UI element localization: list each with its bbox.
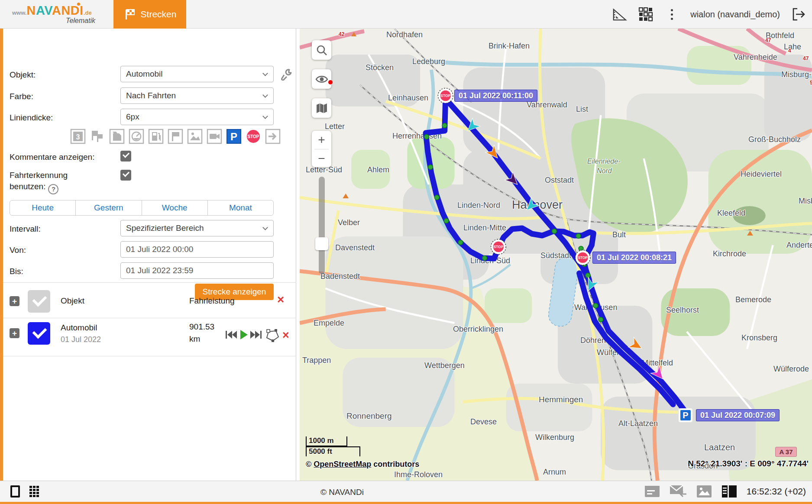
play-icon[interactable] (240, 330, 248, 339)
layout-switch-icon[interactable] (721, 485, 737, 498)
geofence-from-track-icon[interactable] (267, 329, 278, 342)
stop-marker-text: STOP (578, 255, 588, 260)
tab-heute[interactable]: Heute (10, 200, 75, 215)
intervall-label: Intervall: (10, 224, 41, 234)
fahrterkennung-label-line2: benutzen:? (10, 182, 58, 194)
map-visibility-button[interactable] (312, 69, 331, 89)
cursor-coordinates: N 52° 21.3903' : E 009° 47.7744' (688, 459, 809, 468)
remove-track-icon[interactable]: × (282, 329, 289, 342)
chevron-down-icon (262, 113, 268, 119)
kommentare-checkbox[interactable] (120, 151, 131, 162)
marker-toggle-strip: 3 P (70, 128, 281, 145)
messages-icon[interactable] (670, 485, 687, 498)
osm-link[interactable]: OpenStreetMap (314, 460, 371, 468)
trip-point-dot (458, 240, 463, 245)
events-count-toggle-icon[interactable]: 3 (70, 128, 86, 145)
zoom-slider-handle[interactable] (315, 237, 328, 250)
trip-point-dot (428, 165, 433, 170)
fahrterkennung-checkbox[interactable] (120, 170, 131, 181)
intervall-value: Spezifizierter Bereich (126, 223, 204, 233)
map-layers-button[interactable] (312, 98, 331, 118)
attribution-prefix: © (306, 460, 314, 468)
attribution-suffix: contributors (371, 460, 419, 468)
layers-notification-dot (328, 80, 333, 84)
column-fahrleistung: Fahrleistung (189, 296, 235, 306)
rewind-icon[interactable] (226, 331, 237, 339)
fahrterkennung-label-line1: Fahrterkennung (10, 171, 68, 180)
photo-toggle-icon[interactable] (187, 128, 203, 145)
zoom-out-button[interactable]: − (312, 149, 331, 168)
toggle-panel-icon[interactable] (10, 485, 20, 498)
log-panel-icon[interactable] (644, 485, 660, 498)
trip-point-dot (442, 123, 447, 128)
logo-letter: A (52, 3, 61, 17)
fuel-can-toggle-icon[interactable] (109, 128, 125, 145)
track-layer: STOPSTOPSTOPP (300, 29, 812, 481)
farbe-label: Farbe: (10, 92, 33, 101)
tab-monat[interactable]: Monat (207, 200, 273, 215)
bis-input[interactable]: 01 Juli 2022 23:59 (120, 262, 274, 279)
scale-imperial: 5000 ft (306, 446, 360, 456)
zoom-slider-track[interactable] (319, 177, 325, 274)
zoom-in-button[interactable]: + (312, 131, 331, 149)
navandi-logo[interactable]: www.NAVANDI.de Telematik (12, 3, 107, 25)
select-all-checkbox[interactable] (28, 290, 50, 313)
help-icon[interactable]: ? (48, 184, 58, 194)
gauge-toggle-icon[interactable] (128, 128, 145, 145)
fuel-pump-toggle-icon[interactable] (148, 128, 164, 145)
wrench-icon[interactable] (280, 68, 292, 81)
logo-letter: I (80, 3, 84, 17)
liniendicke-select[interactable]: 6px (120, 109, 274, 125)
logout-icon[interactable] (791, 7, 806, 22)
liniendicke-value: 6px (126, 112, 139, 121)
liniendicke-label: Liniendicke: (10, 113, 53, 123)
user-account-label[interactable]: wialon (navandi_demo) (690, 10, 780, 19)
objekt-select[interactable]: Automobil (120, 66, 274, 82)
intervall-select[interactable]: Spezifizierter Bereich (120, 220, 274, 236)
expand-row-button[interactable]: + (10, 328, 19, 338)
logo-letter: A (36, 3, 44, 17)
expand-all-button[interactable]: + (10, 296, 19, 306)
scale-metric: 1000 m (306, 436, 347, 446)
stop-toggle-icon[interactable]: STOP (245, 128, 262, 145)
arrow-toggle-icon[interactable] (265, 128, 281, 145)
farbe-value: Nach Fahrten (126, 91, 176, 100)
flag-toggle-icon[interactable] (167, 128, 184, 145)
row-checkbox[interactable] (28, 322, 50, 345)
chevron-down-icon (262, 92, 268, 98)
double-flags-toggle-icon[interactable] (89, 128, 106, 145)
tab-woche[interactable]: Woche (142, 200, 207, 215)
clock-label: 16:52:32 (+02) (747, 486, 806, 497)
playback-controls: × (225, 326, 290, 344)
tab-strecken[interactable]: Strecken (113, 0, 186, 29)
trip-point-dot (579, 246, 583, 251)
fast-forward-icon[interactable] (250, 331, 262, 339)
trip-point-dot (482, 256, 487, 261)
track-segment[interactable] (426, 99, 498, 258)
map-area[interactable]: NordhafenBothfeldBrink-HafenLaheVahrenhe… (300, 29, 812, 481)
copyright-label: © NAVANDi (303, 488, 381, 497)
media-icon[interactable] (696, 485, 712, 498)
fahrterkennung-label-text: benutzen: (10, 182, 45, 191)
row-object-name[interactable]: Automobil (61, 323, 97, 333)
tab-gestern[interactable]: Gestern (75, 200, 141, 215)
farbe-select[interactable]: Nach Fahrten (120, 87, 274, 104)
map-attribution: © OpenStreetMap contributors (306, 460, 419, 469)
parking-toggle-icon[interactable]: P (226, 128, 242, 145)
apps-grid-icon[interactable] (638, 7, 653, 22)
logo-tagline: Telematik (12, 17, 107, 25)
tab-strecken-label: Strecken (141, 9, 177, 19)
divider (3, 356, 296, 356)
trip-point-dot (552, 229, 557, 234)
measure-tool-icon[interactable] (612, 7, 627, 22)
map-scale: 1000 m 5000 ft (306, 436, 360, 456)
objekt-label: Objekt: (10, 70, 36, 80)
von-input[interactable]: 01 Juli 2022 00:00 (120, 241, 274, 258)
logo-www: www. (12, 10, 26, 16)
map-search-button[interactable] (312, 40, 331, 60)
video-toggle-icon[interactable] (206, 128, 223, 145)
logo-de: .de (84, 10, 92, 16)
bottom-grid-icon[interactable] (29, 486, 39, 497)
clear-all-button[interactable]: × (277, 295, 284, 304)
more-menu-icon[interactable] (664, 7, 679, 22)
